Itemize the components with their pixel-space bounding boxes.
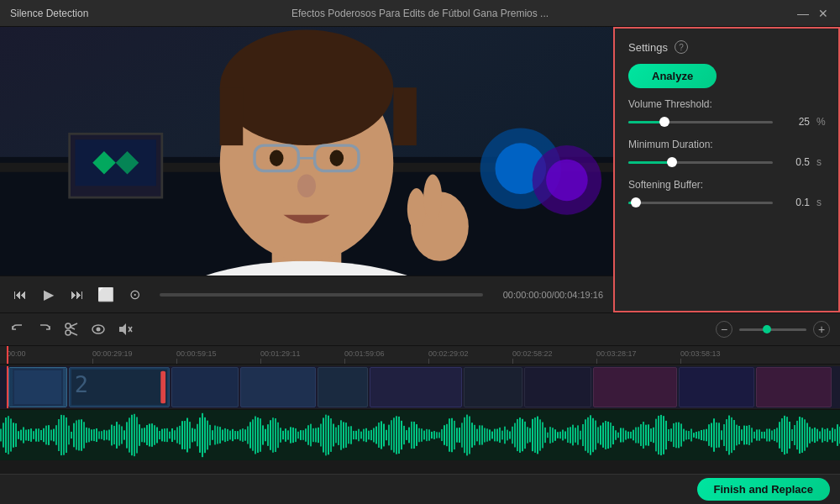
cut-button[interactable] xyxy=(64,322,79,337)
softening-buffer-group: Softening Buffer: 0.1 s xyxy=(628,179,825,209)
undo-button[interactable] xyxy=(10,322,25,337)
timeline-section: 00:0000:00:29:1900:00:59:1500:01:29:1100… xyxy=(0,346,840,474)
playhead xyxy=(7,346,8,364)
loop-button[interactable]: ⊙ xyxy=(124,285,144,305)
zoom-slider[interactable] xyxy=(739,328,806,331)
svg-point-26 xyxy=(66,323,71,328)
video-preview xyxy=(0,27,613,276)
analyze-button[interactable]: Analyze xyxy=(628,64,717,88)
volume-threshold-value: 25 xyxy=(780,116,810,128)
duration-unit: s xyxy=(816,156,825,168)
svg-rect-15 xyxy=(220,87,244,145)
minimum-duration-slider-container xyxy=(628,155,773,169)
buffer-unit: s xyxy=(816,197,825,208)
app-title: Silence Detection xyxy=(10,8,88,19)
video-track: 2 xyxy=(0,365,840,410)
video-title: Efectos Poderosos Para Edits de Fútbol G… xyxy=(291,8,549,19)
waveform-canvas xyxy=(0,410,840,460)
svg-rect-40 xyxy=(160,371,165,404)
svg-point-32 xyxy=(97,328,101,332)
minimum-duration-group: Minimum Duration: 0.5 s xyxy=(628,139,825,169)
softening-buffer-value: 0.1 xyxy=(780,197,810,208)
softening-buffer-slider-container xyxy=(628,196,773,209)
audio-track xyxy=(0,410,840,460)
minimum-duration-row: 0.5 s xyxy=(628,155,825,169)
eye-button[interactable] xyxy=(91,322,106,337)
svg-marker-33 xyxy=(119,323,126,335)
ruler-mark: 00:02:29:02 xyxy=(428,349,469,358)
window-controls: — ✕ xyxy=(796,7,830,20)
svg-point-20 xyxy=(270,150,284,166)
svg-point-24 xyxy=(407,188,426,230)
svg-point-14 xyxy=(220,29,394,145)
zoom-controls: − + xyxy=(716,321,830,338)
ruler-mark: 00:03:28:17 xyxy=(596,349,637,358)
svg-point-22 xyxy=(297,175,316,198)
close-button[interactable]: ✕ xyxy=(816,7,830,20)
zoom-out-button[interactable]: − xyxy=(716,321,732,338)
top-section: ⏮ ▶ ⏭ ⬜ ⊙ 00:00:00:00/00:04:19:16 Settin… xyxy=(0,27,840,312)
softening-buffer-label: Softening Buffer: xyxy=(628,179,825,191)
time-display: 00:00:00:00/00:04:19:16 xyxy=(503,290,603,300)
ruler-mark: 00:01:59:06 xyxy=(344,349,385,358)
timeline-ruler: 00:0000:00:29:1900:00:59:1500:01:29:1100… xyxy=(0,346,840,365)
ruler-mark: 00:00:59:15 xyxy=(176,349,217,358)
stop-button[interactable]: ⬜ xyxy=(96,285,116,305)
volume-threshold-slider-container xyxy=(628,115,773,129)
ruler-mark: 00:03:58:13 xyxy=(680,349,721,358)
skip-back-button[interactable]: ⏮ xyxy=(10,285,30,305)
progress-bar[interactable] xyxy=(160,293,483,297)
skip-forward-button[interactable]: ⏭ xyxy=(67,285,87,305)
settings-title: Settings xyxy=(628,41,668,54)
redo-button[interactable] xyxy=(37,322,52,337)
volume-threshold-label: Volume Threshold: xyxy=(628,98,825,110)
help-icon[interactable]: ? xyxy=(675,40,688,54)
svg-rect-16 xyxy=(393,87,417,145)
ruler-mark: 00:00 xyxy=(7,349,26,358)
softening-buffer-row: 0.1 s xyxy=(628,196,825,209)
volume-thumb xyxy=(659,117,669,127)
ruler-mark: 00:02:58:22 xyxy=(512,349,553,358)
svg-point-27 xyxy=(66,330,71,335)
bottom-bar: Finish and Replace xyxy=(0,474,840,504)
svg-rect-37 xyxy=(14,370,61,404)
playback-controls: ⏮ ▶ ⏭ ⬜ ⊙ 00:00:00:00/00:04:19:16 xyxy=(0,276,613,312)
main-content: ⏮ ▶ ⏭ ⬜ ⊙ 00:00:00:00/00:04:19:16 Settin… xyxy=(0,27,840,504)
video-panel: ⏮ ▶ ⏭ ⬜ ⊙ 00:00:00:00/00:04:19:16 xyxy=(0,27,613,312)
zoom-in-button[interactable]: + xyxy=(813,321,830,338)
volume-threshold-row: 25 % xyxy=(628,115,825,129)
minimize-button[interactable]: — xyxy=(796,7,810,20)
volume-threshold-group: Volume Threshold: 25 % xyxy=(628,98,825,129)
finish-replace-button[interactable]: Finish and Replace xyxy=(697,478,830,501)
settings-header: Settings ? xyxy=(628,40,825,54)
svg-text:2: 2 xyxy=(75,371,88,397)
play-button[interactable]: ▶ xyxy=(39,285,59,305)
svg-point-21 xyxy=(330,150,344,166)
volume-unit: % xyxy=(816,116,825,128)
titlebar: Silence Detection Efectos Poderosos Para… xyxy=(0,0,840,27)
svg-point-25 xyxy=(423,175,442,221)
mute-button[interactable] xyxy=(118,322,133,337)
minimum-duration-value: 0.5 xyxy=(780,156,810,168)
buffer-thumb xyxy=(631,197,641,207)
svg-point-6 xyxy=(546,160,588,202)
timeline-tracks: 2 xyxy=(0,365,840,474)
settings-panel: Settings ? Analyze Volume Threshold: 25 xyxy=(613,27,840,312)
ruler-mark: 00:01:29:11 xyxy=(260,349,301,358)
toolbar: − + xyxy=(0,312,840,346)
duration-thumb xyxy=(667,157,677,167)
svg-line-30 xyxy=(70,327,75,329)
ruler-mark: 00:00:29:19 xyxy=(92,349,133,358)
minimum-duration-label: Minimum Duration: xyxy=(628,139,825,150)
